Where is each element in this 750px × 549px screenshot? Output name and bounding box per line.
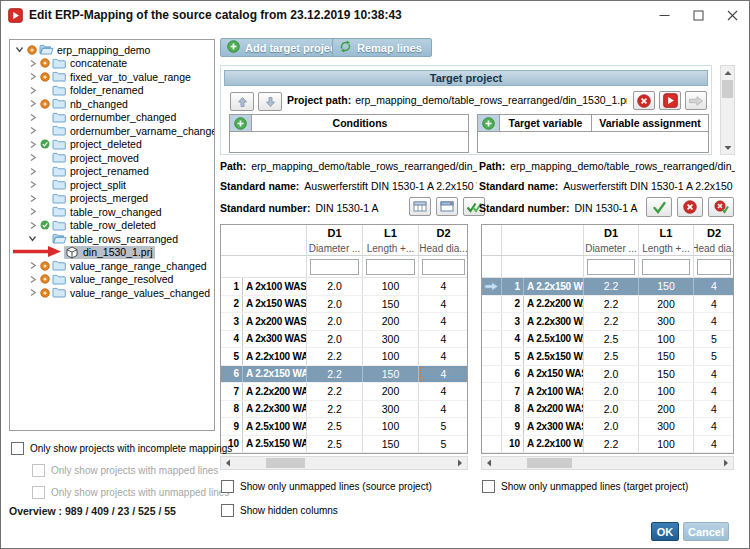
cancel-button[interactable]: Cancel (683, 522, 729, 541)
table-row[interactable]: 6A 2.2x150 WAS2.21504 (221, 366, 467, 384)
filter-input-D2[interactable] (697, 259, 731, 275)
checkbox-target-unmapped[interactable]: Show only unmapped lines (target project… (482, 480, 688, 493)
cross-check-button[interactable] (708, 197, 734, 217)
maximize-button[interactable] (681, 1, 715, 29)
table-row[interactable]: 8A 2.2x300 WAS2.23004 (221, 401, 467, 419)
table-row[interactable]: 1A 2.2x150 WAS2.21504 (482, 278, 733, 296)
open-project-button[interactable] (659, 91, 681, 110)
expander-icon[interactable] (27, 261, 38, 270)
tree-item[interactable]: erp_mapping_demo (10, 43, 214, 57)
expander-icon[interactable] (27, 221, 38, 230)
expander-icon[interactable] (27, 140, 38, 149)
target-hscrollbar[interactable] (481, 456, 734, 470)
tree-item[interactable]: value_range_values_changed (10, 286, 214, 300)
move-down-button[interactable] (258, 92, 282, 111)
scroll-up-arrow[interactable] (721, 66, 734, 79)
column-header-D1[interactable]: D1 (307, 225, 363, 241)
checkbox-box[interactable] (11, 442, 24, 455)
expander-icon[interactable] (27, 126, 38, 135)
expander-icon[interactable] (27, 207, 38, 216)
table-row[interactable]: 1A 2x100 WAS2.01004 (221, 278, 467, 296)
column-header-D2[interactable]: D2 (694, 225, 734, 241)
expander-icon[interactable] (27, 72, 38, 81)
expander-icon[interactable] (14, 45, 25, 54)
expander-icon[interactable] (27, 234, 38, 243)
project-tree[interactable]: erp_mapping_democoncatenatefixed_var_to_… (9, 39, 215, 431)
scroll-thumb[interactable] (266, 458, 305, 468)
tree-item[interactable]: table_rows_rearranged (10, 232, 214, 246)
expander-icon[interactable] (27, 86, 38, 95)
table-row[interactable]: 2A 2x150 WAS2.01504 (221, 296, 467, 314)
filter-input-D1[interactable] (310, 259, 359, 275)
add-target-project-button[interactable]: Add target project (220, 38, 350, 57)
column-header-L1[interactable]: L1 (639, 225, 694, 241)
table-row[interactable]: 5A 2.2x100 WAS2.21004 (221, 348, 467, 366)
scroll-thumb[interactable] (527, 458, 572, 468)
source-hscrollbar[interactable] (220, 456, 468, 470)
tree-item[interactable]: ordernumber_varname_changed (10, 124, 214, 138)
conditions-list[interactable] (230, 132, 468, 152)
checkbox-incomplete-mappings[interactable]: Only show projects with incomplete mappi… (11, 442, 232, 455)
expander-icon[interactable] (27, 194, 38, 203)
move-up-button[interactable] (230, 92, 254, 111)
filter-input-L1[interactable] (642, 259, 690, 275)
delete-target-project-button[interactable] (633, 91, 655, 110)
expander-icon[interactable] (27, 288, 38, 297)
filter-input-D2[interactable] (422, 259, 465, 275)
table-row[interactable]: 9A 2x300 WAS2.03004 (482, 418, 733, 436)
tree-item[interactable]: project_deleted (10, 138, 214, 152)
checkbox-box[interactable] (221, 504, 234, 517)
checkbox-source-unmapped[interactable]: Show only unmapped lines (source project… (221, 480, 432, 493)
scroll-track[interactable] (496, 457, 719, 469)
ok-button[interactable]: OK (651, 522, 679, 541)
tree-item[interactable]: fixed_var_to_value_range (10, 70, 214, 84)
filter-input-L1[interactable] (366, 259, 415, 275)
accept-mapping-button[interactable] (646, 197, 672, 217)
table-row[interactable]: 9A 2.5x100 WAS2.51005 (221, 418, 467, 436)
table-row[interactable]: 4A 2x300 WAS2.03004 (221, 331, 467, 349)
table-row[interactable]: 2A 2.2x200 WAS2.22004 (482, 296, 733, 314)
add-condition-button[interactable] (230, 115, 252, 131)
map-arrow-button[interactable] (685, 91, 707, 110)
target-variable-header[interactable]: Target variable (500, 115, 592, 131)
table-row[interactable]: 7A 2x100 WAS2.01004 (482, 383, 733, 401)
table-row[interactable]: 6A 2x150 WAS2.01504 (482, 366, 733, 384)
scroll-right-arrow[interactable] (453, 457, 467, 469)
table-row[interactable]: 3A 2x200 WAS2.02004 (221, 313, 467, 331)
checkbox-show-hidden-columns[interactable]: Show hidden columns (221, 504, 338, 517)
tree-item[interactable]: concatenate (10, 57, 214, 71)
tree-item[interactable]: project_moved (10, 151, 214, 165)
table-row[interactable]: 5A 2.5x150 WAS2.51505 (482, 348, 733, 366)
expander-icon[interactable] (27, 153, 38, 162)
tree-item[interactable]: din_1530_1.prj (10, 246, 214, 260)
scroll-left-arrow[interactable] (482, 457, 496, 469)
scroll-left-arrow[interactable] (221, 457, 235, 469)
tree-item[interactable]: table_row_changed (10, 205, 214, 219)
target-grid[interactable]: D1L1D2Diameter ...Length +...Head dia..1… (481, 224, 734, 454)
tree-item[interactable]: nb_changed (10, 97, 214, 111)
target-variables-list[interactable] (478, 132, 708, 152)
grid-view-button[interactable] (409, 197, 431, 216)
expander-icon[interactable] (27, 167, 38, 176)
expander-icon[interactable] (27, 180, 38, 189)
remove-mapping-button[interactable] (677, 197, 703, 217)
table-row[interactable]: 3A 2.2x300 WAS2.23004 (482, 313, 733, 331)
scroll-right-arrow[interactable] (719, 457, 733, 469)
add-target-variable-button[interactable] (478, 115, 500, 131)
scroll-down-arrow[interactable] (721, 141, 734, 154)
tree-item[interactable]: ordernumber_changed (10, 111, 214, 125)
tree-item[interactable]: projects_merged (10, 192, 214, 206)
column-header-D1[interactable]: D1 (584, 225, 639, 241)
table-row[interactable]: 4A 2.5x100 WAS2.51005 (482, 331, 733, 349)
checkbox-box[interactable] (221, 480, 234, 493)
tree-item[interactable]: project_renamed (10, 165, 214, 179)
expander-icon[interactable] (27, 113, 38, 122)
expander-icon[interactable] (27, 99, 38, 108)
tree-item[interactable]: value_range_range_changed (10, 259, 214, 273)
tree-item[interactable]: table_row_deleted (10, 219, 214, 233)
filter-input-D1[interactable] (587, 259, 635, 275)
tree-item[interactable]: value_range_resolved (10, 273, 214, 287)
scroll-thumb[interactable] (722, 80, 733, 98)
conditions-header[interactable]: Conditions (252, 115, 468, 131)
target-project-scrollbar[interactable] (720, 65, 735, 155)
